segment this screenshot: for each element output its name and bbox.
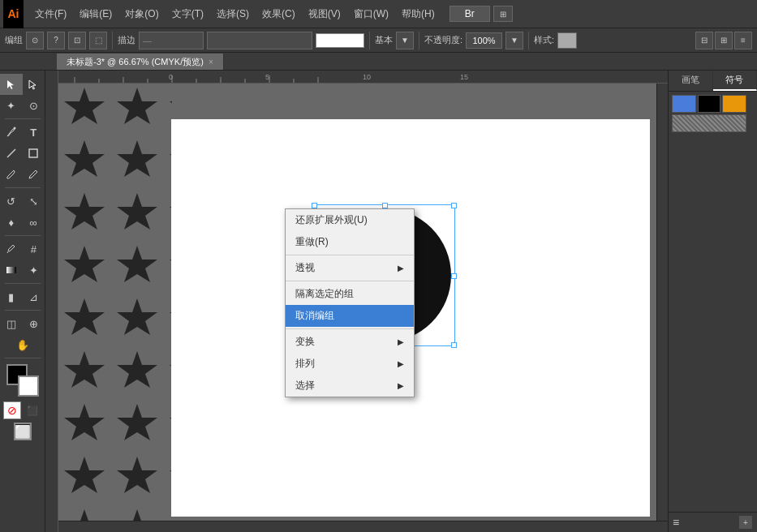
rotate-tool[interactable]: ↺ — [0, 191, 23, 212]
more-btn[interactable]: ≡ — [734, 32, 752, 49]
grid-btn[interactable]: ⊞ — [493, 6, 513, 22]
tab-bar: 未标题-3* @ 66.67% (CMYK/预览) × — [0, 53, 757, 71]
style-label: 样式: — [534, 34, 554, 46]
swatch-blue[interactable] — [672, 95, 696, 113]
sep-tools-4 — [5, 283, 41, 284]
ctx-isolate-group[interactable]: 隔离选定的组 — [286, 283, 414, 305]
opacity-label: 不透明度: — [424, 34, 462, 46]
arrange-btn[interactable]: ⊞ — [715, 32, 733, 49]
transform-btn[interactable]: ⊡ — [68, 32, 86, 49]
ctx-select-arrow: ▶ — [398, 381, 404, 390]
handle-tm[interactable] — [382, 203, 388, 208]
document-tab[interactable]: 未标题-3* @ 66.67% (CMYK/预览) × — [57, 54, 224, 70]
tool-row-eraser: ◫ ⊕ — [0, 313, 45, 334]
menu-select[interactable]: 选择(S) — [210, 0, 256, 28]
panel-content — [669, 92, 757, 137]
vertical-scrollbar[interactable] — [656, 84, 668, 521]
style-preview[interactable] — [557, 32, 577, 49]
ctx-restore-appearance[interactable]: 还原扩展外观(U) — [286, 209, 414, 231]
tool-row-eyedropper: # — [0, 238, 45, 260]
svg-text:5: 5 — [265, 73, 269, 81]
gradient-tool[interactable] — [0, 260, 23, 281]
pencil-tool[interactable] — [23, 164, 45, 185]
lasso-tool[interactable]: ⊙ — [23, 95, 45, 116]
align-btn[interactable]: ⬚ — [89, 32, 107, 49]
basic-dropdown[interactable]: ▼ — [396, 32, 414, 49]
menu-type[interactable]: 文字(T) — [166, 0, 210, 28]
eyedropper-tool[interactable] — [0, 238, 23, 260]
warp-tool[interactable]: ♦ — [0, 212, 23, 233]
menu-effect[interactable]: 效果(C) — [256, 0, 302, 28]
ctx-select[interactable]: 选择 ▶ — [286, 375, 414, 397]
magic-wand-tool[interactable]: ✦ — [0, 95, 23, 116]
screen-mode-btn[interactable]: ⬜ — [14, 423, 32, 440]
menu-object[interactable]: 对象(O) — [118, 0, 165, 28]
ctx-ungroup[interactable]: 取消编组 — [286, 305, 414, 327]
handle-mr[interactable] — [451, 273, 457, 279]
hand-tool[interactable]: ✋ — [0, 334, 45, 355]
tab-close-btn[interactable]: × — [209, 58, 213, 66]
mesh-tool[interactable]: # — [23, 238, 45, 260]
options-btn[interactable]: ? — [47, 32, 65, 49]
swatch-orange[interactable] — [722, 95, 746, 113]
panel-tab-symbols[interactable]: 符号 — [713, 71, 758, 91]
sep1 — [112, 32, 113, 49]
eraser-tool[interactable]: ◫ — [0, 313, 23, 334]
app-logo: Ai — [3, 0, 24, 28]
slice-tool[interactable]: ⊿ — [23, 286, 45, 307]
menu-window[interactable]: 窗口(W) — [347, 0, 395, 28]
paintbrush-tool[interactable] — [0, 164, 23, 185]
blend-tool[interactable]: ∞ — [23, 212, 45, 233]
stroke-select[interactable]: — — [139, 32, 204, 49]
svg-text:0: 0 — [169, 73, 173, 81]
ctx-transform[interactable]: 变换 ▶ — [286, 331, 414, 353]
canvas-area[interactable]: 0 5 10 15 — [45, 71, 668, 532]
handle-tl[interactable] — [312, 203, 317, 208]
sep-tools-6 — [5, 358, 41, 358]
menu-help[interactable]: 帮助(H) — [395, 0, 441, 28]
horizontal-scrollbar[interactable] — [58, 521, 668, 532]
fill-select[interactable] — [207, 32, 312, 49]
color-icon[interactable]: ⬛ — [24, 401, 41, 419]
menu-view[interactable]: 视图(V) — [302, 0, 347, 28]
background-color[interactable] — [18, 375, 39, 397]
selection-tool[interactable] — [0, 74, 23, 95]
scale-tool[interactable]: ⤡ — [23, 191, 45, 212]
ctx-sep-1 — [286, 255, 414, 255]
graph-tool[interactable]: ▮ — [0, 286, 23, 307]
swatch-pattern[interactable] — [672, 114, 746, 132]
line-tool[interactable] — [0, 143, 23, 164]
right-options: ⊟ ⊞ ≡ — [695, 32, 752, 49]
opacity-arrow[interactable]: ▼ — [505, 32, 523, 49]
menu-file[interactable]: 文件(F) — [28, 0, 73, 28]
direct-selection-tool[interactable] — [23, 74, 45, 95]
spray-tool[interactable]: ✦ — [23, 260, 45, 281]
rect-tool[interactable] — [23, 143, 45, 164]
panel-new-btn[interactable]: + — [739, 516, 752, 529]
type-tool[interactable]: T — [23, 122, 45, 143]
panel-tab-brushes[interactable]: 画笔 — [669, 71, 713, 91]
ctx-perspective[interactable]: 透视 ▶ — [286, 257, 414, 279]
svg-point-0 — [13, 127, 15, 130]
swatch-row-2 — [672, 114, 754, 132]
menu-edit[interactable]: 编辑(E) — [73, 0, 118, 28]
zoom-tool[interactable]: ⊕ — [23, 313, 45, 334]
select-all-btn[interactable]: ⊙ — [26, 32, 44, 49]
tool-row-graph: ▮ ⊿ — [0, 286, 45, 307]
ruler-left — [45, 71, 58, 532]
panel-lib-icon[interactable]: ≡ — [673, 516, 679, 529]
opacity-input[interactable]: 100% — [466, 32, 502, 49]
panel-toggle-btn[interactable]: ⊟ — [695, 32, 713, 49]
ctx-arrange[interactable]: 排列 ▶ — [286, 353, 414, 375]
handle-tr[interactable] — [451, 203, 457, 208]
color-mode-row: ⊘ ⬛ — [0, 400, 45, 421]
swatch-black[interactable] — [698, 95, 720, 113]
panel-tabs: 画笔 符号 — [669, 71, 757, 92]
pen-tool[interactable] — [0, 122, 23, 143]
sep3 — [419, 32, 419, 49]
handle-br[interactable] — [451, 342, 457, 348]
none-icon[interactable]: ⊘ — [3, 401, 21, 419]
tool-row-rotate: ↺ ⤡ — [0, 191, 45, 212]
svg-rect-2 — [29, 149, 37, 157]
ctx-redo[interactable]: 重做(R) — [286, 231, 414, 253]
